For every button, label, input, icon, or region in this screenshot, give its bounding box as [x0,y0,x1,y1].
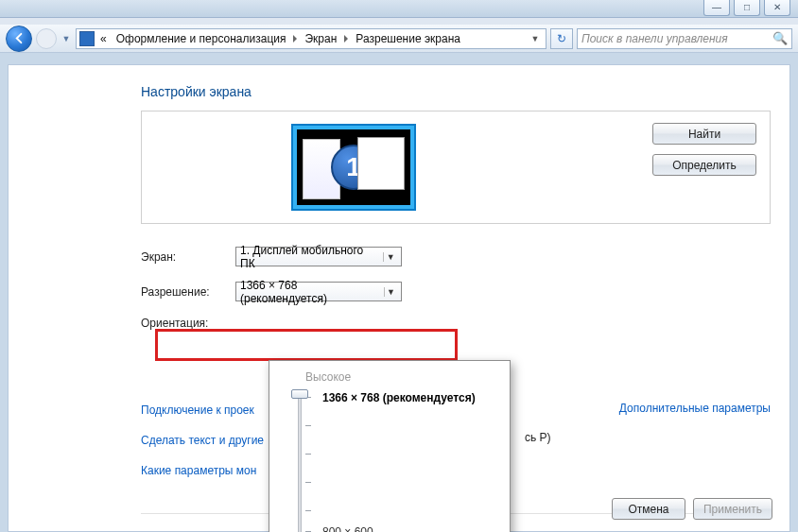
advanced-settings-link[interactable]: Дополнительные параметры [619,402,771,415]
navigation-bar: ▼ « Оформление и персонализация Экран Ра… [0,25,798,53]
breadcrumb-prefix: « [96,32,111,45]
chevron-right-icon [344,35,348,43]
window-controls: — □ ✕ [703,0,790,16]
nav-forward-button[interactable] [36,28,57,49]
orientation-label: Ориентация: [141,317,235,330]
monitor-number-badge: 1 [331,145,376,190]
slider-caption-high: Высокое [305,370,496,384]
resolution-row: Разрешение: 1366 × 768 (рекомендуется) ▼ [141,282,789,301]
dialog-buttons: Отмена Применить [612,498,772,520]
resolution-label: Разрешение: [141,285,235,299]
tab-strip [0,18,798,25]
refresh-button[interactable]: ↻ [550,28,573,49]
chevron-right-icon [293,35,297,43]
address-bar[interactable]: « Оформление и персонализация Экран Разр… [76,28,546,49]
refresh-icon: ↻ [557,32,566,45]
resolution-slider-popup: Высокое 1366 × 768 (рекомендуется) 800 ×… [269,360,511,532]
search-input[interactable]: Поиск в панели управления 🔍 [577,28,792,49]
chevron-down-icon: ▼ [383,252,397,262]
minimize-button[interactable]: — [703,0,730,16]
orientation-row: Ориентация: [141,317,789,330]
display-row: Экран: 1. Дисплей мобильного ПК ▼ [141,247,789,266]
display-label: Экран: [141,250,235,264]
control-panel-icon [79,31,95,46]
chevron-down-icon: ▼ [384,287,397,297]
slider-tick [305,425,311,426]
display-dropdown[interactable]: 1. Дисплей мобильного ПК ▼ [235,247,402,266]
slider-thumb[interactable] [291,389,308,399]
resolution-value: 1366 × 768 (рекомендуется) [240,279,378,305]
slider-tick [305,454,311,455]
projector-hint-suffix: сь P) [525,431,551,444]
highlight-box [155,329,458,361]
arrow-left-icon [12,31,26,45]
nav-back-button[interactable] [6,26,32,52]
breadcrumb-item[interactable]: Экран [301,32,340,45]
content-pane: Настройки экрана 1 Найти Определить Экра… [8,64,790,532]
page-title: Настройки экрана [141,84,789,99]
address-dropdown-icon[interactable]: ▼ [528,34,543,43]
display-preview-panel: 1 Найти Определить [141,111,771,224]
slider-rail [298,393,302,532]
window-titlebar [0,0,798,18]
slider-tick [305,510,311,511]
breadcrumb-item[interactable]: Оформление и персонализация [113,32,290,45]
slider-tick [305,482,311,483]
search-icon: 🔍 [772,31,788,45]
display-value: 1. Дисплей мобильного ПК [240,244,377,270]
cancel-button[interactable]: Отмена [612,498,685,520]
slider-top-label: 1366 × 768 (рекомендуется) [322,391,476,404]
search-placeholder: Поиск в панели управления [581,32,772,45]
apply-button[interactable]: Применить [693,498,772,520]
nav-history-dropdown[interactable]: ▼ [61,34,72,43]
identify-button[interactable]: Определить [652,154,756,176]
maximize-button[interactable]: □ [734,0,760,16]
close-button[interactable]: ✕ [764,0,790,16]
resolution-dropdown[interactable]: 1366 × 768 (рекомендуется) ▼ [235,282,402,301]
monitor-thumbnail[interactable]: 1 [293,126,414,209]
detect-button[interactable]: Найти [652,123,756,145]
breadcrumb-item[interactable]: Разрешение экрана [352,32,464,45]
resolution-slider[interactable] [286,387,315,532]
slider-bottom-label: 800 × 600 [322,525,373,532]
